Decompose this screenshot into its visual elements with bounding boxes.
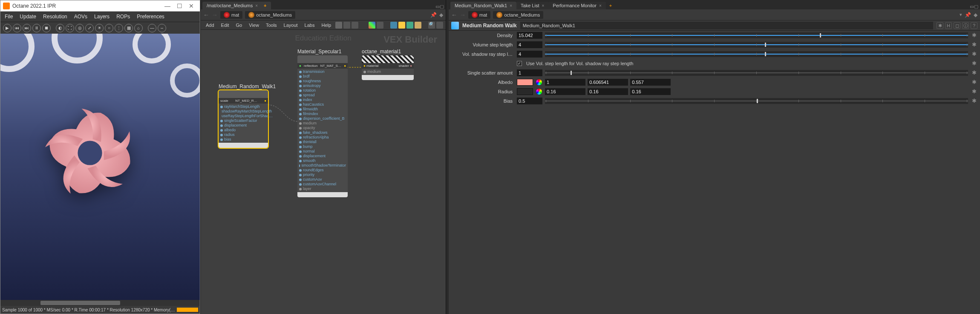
menu-update[interactable]: Update bbox=[17, 13, 39, 20]
node-port[interactable]: fake_shadows bbox=[299, 130, 346, 135]
node-port[interactable]: roughness bbox=[299, 79, 346, 84]
node-material-specular[interactable]: Material_Specular1 ●reflectionNT_MAT_S…●… bbox=[297, 55, 348, 197]
menu-layers[interactable]: Layers bbox=[92, 13, 112, 20]
tab-add-icon[interactable]: + bbox=[606, 2, 615, 9]
node-port[interactable]: smoothShadowTerminator bbox=[299, 163, 346, 168]
node-port[interactable]: customAov bbox=[299, 177, 346, 182]
node-port[interactable]: medium bbox=[299, 121, 346, 126]
horizontal-scrollbar[interactable] bbox=[0, 300, 200, 306]
input-radius-g[interactable] bbox=[588, 88, 628, 95]
node-port[interactable]: shadowRayMarchStepLength bbox=[220, 109, 266, 114]
tool-folder-icon[interactable] bbox=[415, 22, 421, 29]
tool-search-icon[interactable]: 🔍 bbox=[428, 22, 435, 29]
input-albedo-r[interactable] bbox=[545, 79, 585, 86]
slider-density[interactable] bbox=[545, 32, 968, 38]
capture-icon[interactable]: ◆ bbox=[439, 12, 443, 18]
tool-list-icon[interactable] bbox=[343, 22, 350, 29]
render-viewport[interactable] bbox=[0, 34, 200, 300]
stop-icon[interactable]: ⏹ bbox=[42, 24, 51, 32]
circle-icon[interactable]: ○ bbox=[105, 24, 113, 32]
gear-icon[interactable]: ✱ bbox=[971, 60, 977, 67]
menu-aovs[interactable]: AOVs bbox=[72, 13, 90, 20]
info-icon[interactable]: ⓘ bbox=[962, 22, 969, 29]
dots-icon[interactable]: ⋮ bbox=[115, 24, 123, 32]
slider-vstep[interactable] bbox=[545, 42, 968, 48]
node-port[interactable]: customAovChannel bbox=[299, 182, 346, 187]
panel-max-icon[interactable]: ▢ bbox=[974, 4, 978, 9]
node-port[interactable]: index bbox=[299, 98, 346, 102]
panel-min-icon[interactable]: ▭ bbox=[970, 4, 974, 9]
bookmark-icon[interactable]: H bbox=[945, 22, 952, 29]
slider-vshad[interactable] bbox=[545, 51, 968, 57]
checkbox-use-vstep[interactable]: ✓ bbox=[517, 61, 522, 66]
path-mat[interactable]: mat bbox=[468, 11, 490, 19]
nav-fwd-icon[interactable]: → bbox=[460, 12, 466, 18]
line-icon[interactable]: — bbox=[148, 24, 156, 32]
menu-file[interactable]: File bbox=[2, 13, 15, 20]
menu-tools[interactable]: Tools bbox=[263, 22, 280, 29]
input-density[interactable] bbox=[517, 32, 542, 39]
node-port[interactable]: priority bbox=[299, 173, 346, 177]
node-port[interactable]: spread bbox=[299, 93, 346, 98]
help-icon[interactable]: ? bbox=[971, 22, 977, 29]
node-canvas[interactable]: Education Edition VEX Builder Medium_Ran… bbox=[201, 30, 446, 314]
path-mat[interactable]: mat bbox=[220, 11, 242, 19]
close-icon[interactable]: × bbox=[599, 3, 602, 8]
node-port[interactable]: layer bbox=[299, 187, 346, 191]
sun-icon[interactable]: ☀ bbox=[95, 24, 104, 32]
minimize-icon[interactable]: — bbox=[161, 3, 173, 9]
slider-bias[interactable] bbox=[545, 98, 968, 104]
pause-icon[interactable]: ⏸ bbox=[32, 24, 41, 32]
gear-icon[interactable]: ✱ bbox=[971, 98, 977, 104]
tab-perfmon[interactable]: Performance Monitor× bbox=[548, 2, 606, 9]
swatch-radius[interactable] bbox=[517, 88, 533, 95]
menu-labs[interactable]: Labs bbox=[302, 22, 317, 29]
tool-find-icon[interactable] bbox=[436, 22, 443, 29]
gear-icon[interactable]: ✱ bbox=[971, 51, 977, 58]
panel-min-icon[interactable]: ▭ bbox=[435, 4, 440, 9]
menu-resolution[interactable]: Resolution bbox=[40, 13, 70, 20]
gear-icon[interactable]: ✱ bbox=[971, 32, 977, 39]
nav-back-icon[interactable]: ← bbox=[451, 12, 457, 18]
lock-icon[interactable]: ◐ bbox=[56, 24, 64, 32]
close-icon[interactable]: ✕ bbox=[185, 3, 197, 9]
tool-opts-icon[interactable] bbox=[352, 22, 358, 29]
fit-icon[interactable]: ⛶ bbox=[66, 24, 74, 32]
maximize-icon[interactable]: ☐ bbox=[173, 3, 185, 9]
tool-grid1-icon[interactable] bbox=[369, 22, 375, 29]
nav-fwd-icon[interactable]: → bbox=[212, 12, 218, 18]
play-icon[interactable]: ▶ bbox=[3, 24, 12, 32]
gear-icon[interactable]: ✱ bbox=[971, 69, 977, 76]
color-picker-icon[interactable] bbox=[536, 88, 542, 95]
menu-view[interactable]: View bbox=[246, 22, 262, 29]
pin-icon[interactable]: 📌 bbox=[430, 12, 437, 18]
node-port[interactable]: singleScatterFactor bbox=[220, 118, 266, 123]
node-port[interactable]: filmwidth bbox=[299, 107, 346, 112]
node-port[interactable]: normal bbox=[299, 149, 346, 154]
node-port[interactable]: transmission bbox=[299, 69, 346, 74]
node-port[interactable]: smooth bbox=[299, 158, 346, 163]
tab-add-icon[interactable]: + bbox=[264, 3, 266, 8]
node-port[interactable]: radius bbox=[220, 133, 266, 137]
pin-icon[interactable]: 📌 bbox=[965, 12, 971, 18]
node-port[interactable]: bump bbox=[299, 144, 346, 149]
node-port[interactable]: roundEdges bbox=[299, 168, 346, 173]
node-port[interactable]: filmindex bbox=[299, 112, 346, 116]
node-port[interactable]: anisotropy bbox=[299, 84, 346, 88]
node-port[interactable]: bias bbox=[220, 137, 266, 142]
capture-icon[interactable]: ◆ bbox=[974, 12, 977, 18]
grid-icon[interactable]: ▦ bbox=[124, 24, 133, 32]
path-mediums[interactable]: octane_Mediums bbox=[493, 11, 543, 19]
node-port[interactable]: thinWall bbox=[299, 140, 346, 144]
input-albedo-g[interactable] bbox=[588, 79, 628, 86]
node-port[interactable]: useRayStepLengthForShad… bbox=[220, 114, 266, 118]
input-radius-b[interactable] bbox=[630, 88, 671, 95]
node-port[interactable]: rayMarchStepLength bbox=[220, 104, 266, 109]
close-icon[interactable]: × bbox=[510, 3, 512, 8]
tool-save-icon[interactable] bbox=[390, 22, 397, 29]
script-icon[interactable]: ◻ bbox=[954, 22, 960, 29]
gear-icon[interactable]: ✱ bbox=[971, 41, 977, 48]
node-port[interactable]: brdf bbox=[299, 74, 346, 79]
tab-mat[interactable]: /mat/octane_Mediums × + bbox=[202, 2, 271, 9]
node-port[interactable]: rotation bbox=[299, 88, 346, 93]
